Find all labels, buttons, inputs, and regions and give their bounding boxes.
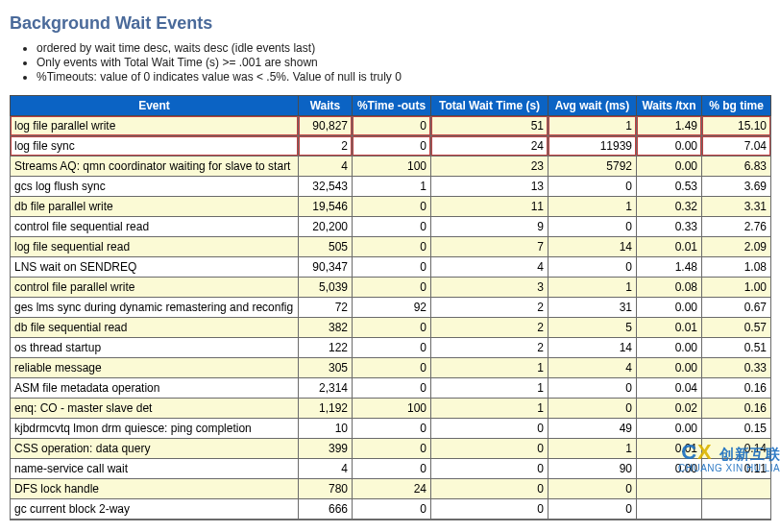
table-row: ASM file metadata operation2,3140100.040… [11, 378, 771, 399]
cell-wtxn [637, 479, 702, 499]
cell-wtxn: 0.00 [637, 419, 702, 439]
cell-timeouts: 0 [353, 459, 431, 479]
cell-event: enq: CO - master slave det [11, 399, 299, 419]
cell-timeouts: 0 [353, 378, 431, 399]
cell-timeouts: 0 [353, 217, 431, 237]
cell-timeouts: 0 [353, 358, 431, 378]
cell-event: os thread startup [11, 338, 299, 358]
cell-avg: 14 [548, 237, 637, 257]
cell-waits: 5,039 [299, 278, 353, 298]
cell-total: 7 [431, 237, 548, 257]
cell-total: 2 [431, 318, 548, 338]
table-row: control file parallel write5,0390310.081… [11, 278, 771, 298]
cell-bg [702, 499, 771, 520]
cell-wtxn: 0.00 [637, 338, 702, 358]
cell-wtxn: 1.49 [637, 116, 702, 136]
cell-avg: 0 [548, 399, 637, 419]
cell-event: ASM file metadata operation [11, 378, 299, 399]
cell-waits: 666 [299, 499, 353, 520]
cell-total: 1 [431, 399, 548, 419]
cell-waits: 20,200 [299, 217, 353, 237]
cell-avg: 4 [548, 358, 637, 378]
cell-event: gcs log flush sync [11, 177, 299, 197]
cell-wtxn: 0.00 [637, 157, 702, 177]
cell-timeouts: 0 [353, 116, 431, 136]
cell-event: log file sequential read [11, 237, 299, 257]
cell-waits: 72 [299, 298, 353, 318]
cell-waits: 505 [299, 237, 353, 257]
page-title: Background Wait Events [10, 13, 780, 34]
cell-event: kjbdrmcvtq lmon drm quiesce: ping comple… [11, 419, 299, 439]
cell-event: DFS lock handle [11, 479, 299, 499]
cell-timeouts: 92 [353, 298, 431, 318]
cell-total: 0 [431, 419, 548, 439]
table-row: LNS wait on SENDREQ90,3470401.481.08 [11, 257, 771, 278]
table-row: log file sync2024119390.007.04 [11, 136, 771, 157]
cell-avg: 5 [548, 318, 637, 338]
cell-total: 2 [431, 298, 548, 318]
col-total: Total Wait Time (s) [431, 96, 548, 116]
cell-total: 3 [431, 278, 548, 298]
cell-event: log file sync [11, 136, 299, 157]
cell-bg: 6.83 [702, 157, 771, 177]
cell-avg: 0 [548, 217, 637, 237]
cell-waits: 4 [299, 157, 353, 177]
cell-event: control file parallel write [11, 278, 299, 298]
cell-wtxn: 0.08 [637, 278, 702, 298]
cell-timeouts: 100 [353, 157, 431, 177]
cell-timeouts: 0 [353, 419, 431, 439]
cell-event: reliable message [11, 358, 299, 378]
table-row: control file sequential read20,2000900.3… [11, 217, 771, 237]
cell-total: 13 [431, 177, 548, 197]
cell-wtxn: 1.48 [637, 257, 702, 278]
cell-bg: 0.67 [702, 298, 771, 318]
table-body: log file parallel write90,82705111.4915.… [11, 116, 771, 520]
cell-timeouts: 0 [353, 338, 431, 358]
cell-total: 1 [431, 378, 548, 399]
cell-avg: 90 [548, 459, 637, 479]
table-row: gc current block 2-way666000 [11, 499, 771, 520]
table-row: db file sequential read3820250.010.57 [11, 318, 771, 338]
cell-waits: 4 [299, 459, 353, 479]
table-row: log file sequential read50507140.012.09 [11, 237, 771, 257]
table-row: ges lms sync during dynamic remastering … [11, 298, 771, 318]
cell-wtxn [637, 499, 702, 520]
cell-bg [702, 479, 771, 499]
cell-waits: 32,543 [299, 177, 353, 197]
cell-avg: 1 [548, 116, 637, 136]
cell-waits: 305 [299, 358, 353, 378]
cell-bg: 7.04 [702, 136, 771, 157]
cell-avg: 5792 [548, 157, 637, 177]
cell-bg: 0.14 [702, 439, 771, 459]
cell-avg: 31 [548, 298, 637, 318]
cell-timeouts: 1 [353, 177, 431, 197]
cell-event: name-service call wait [11, 459, 299, 479]
cell-wtxn: 0.04 [637, 378, 702, 399]
cell-avg: 14 [548, 338, 637, 358]
cell-waits: 382 [299, 318, 353, 338]
cell-bg: 3.31 [702, 197, 771, 217]
notes-list: ordered by wait time desc, waits desc (i… [10, 41, 780, 84]
cell-bg: 2.09 [702, 237, 771, 257]
cell-waits: 10 [299, 419, 353, 439]
cell-timeouts: 0 [353, 237, 431, 257]
cell-timeouts: 100 [353, 399, 431, 419]
cell-timeouts: 0 [353, 499, 431, 520]
cell-event: CSS operation: data query [11, 439, 299, 459]
cell-total: 0 [431, 459, 548, 479]
cell-event: LNS wait on SENDREQ [11, 257, 299, 278]
table-row: name-service call wait400900.000.11 [11, 459, 771, 479]
cell-avg: 0 [548, 479, 637, 499]
table-row: reliable message3050140.000.33 [11, 358, 771, 378]
cell-avg: 1 [548, 197, 637, 217]
cell-avg: 0 [548, 177, 637, 197]
cell-wtxn: 0.01 [637, 237, 702, 257]
cell-total: 1 [431, 358, 548, 378]
cell-bg: 3.69 [702, 177, 771, 197]
cell-total: 9 [431, 217, 548, 237]
cell-wtxn: 0.01 [637, 439, 702, 459]
table-row: DFS lock handle7802400 [11, 479, 771, 499]
note-item: %Timeouts: value of 0 indicates value wa… [37, 70, 780, 84]
cell-avg: 0 [548, 499, 637, 520]
cell-event: log file parallel write [11, 116, 299, 136]
